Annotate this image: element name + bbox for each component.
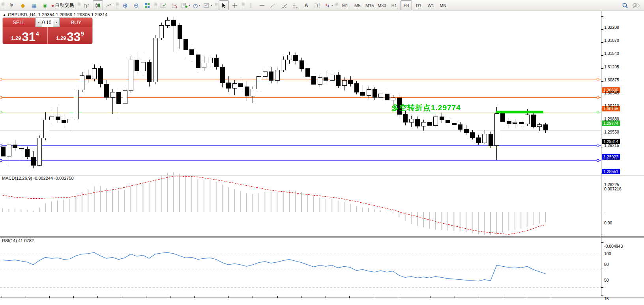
macd-histogram-bar — [210, 180, 210, 212]
chart-area[interactable]: ▲GBPUSD-,H4 1.29354 1.29366 1.29305 1.29… — [0, 11, 644, 305]
macd-histogram-bar — [15, 209, 15, 212]
candle — [446, 120, 450, 123]
buy-price-sup: 9 — [81, 30, 84, 37]
horizontal-line-button[interactable] — [257, 0, 267, 10]
trendline-button[interactable] — [268, 0, 278, 10]
M5-button[interactable]: M5 — [352, 0, 363, 10]
channel-button[interactable]: E — [279, 0, 289, 10]
M1-button[interactable]: M1 — [339, 0, 351, 10]
M15-button[interactable]: M15 — [364, 0, 375, 10]
buy-price[interactable]: 1.29 33 9 — [48, 27, 92, 44]
toolbar-grip[interactable] — [154, 2, 157, 9]
candle — [98, 68, 103, 84]
sell-price[interactable]: 1.29 31 4 — [3, 27, 48, 44]
template-button[interactable]: ▾ — [202, 0, 213, 10]
vertical-line-button[interactable] — [246, 0, 256, 10]
candle — [513, 122, 517, 123]
chevron-down-icon[interactable]: ▾ — [331, 4, 333, 7]
new-order-button[interactable]: 单 — [6, 0, 17, 10]
tile-windows-button[interactable] — [142, 0, 152, 10]
indicator-down-button[interactable] — [169, 0, 180, 10]
macd-histogram-bar — [307, 194, 308, 212]
svg-text:E: E — [285, 6, 286, 9]
toolbar-grip[interactable] — [116, 2, 119, 9]
arrows-button[interactable]: ▾ — [323, 0, 333, 10]
candle — [543, 124, 548, 130]
macd-histogram-bar — [173, 172, 174, 212]
toolbar-grip[interactable] — [242, 2, 245, 9]
macd-histogram-bar — [515, 212, 515, 230]
toolbar-grip[interactable] — [2, 2, 4, 9]
macd-histogram-bar — [82, 192, 82, 212]
toolbar-grip[interactable] — [335, 2, 338, 9]
candle — [403, 114, 408, 122]
crosshair-button[interactable] — [230, 0, 240, 10]
macd-histogram-bar — [380, 210, 381, 212]
chart-canvas[interactable] — [0, 11, 644, 305]
zoom-in-button[interactable]: ⊕ — [120, 0, 130, 10]
macd-histogram-bar — [520, 212, 521, 229]
hline-handle — [0, 96, 2, 98]
M30-label: M30 — [378, 3, 386, 8]
cursor-button[interactable] — [219, 0, 229, 10]
H1-button[interactable]: H1 — [388, 0, 400, 10]
M30-button[interactable]: M30 — [376, 0, 388, 10]
chart-text-annotation[interactable]: 多空转折点1.29774 — [391, 103, 461, 113]
chat-button[interactable] — [631, 0, 641, 10]
macd-histogram-bar — [386, 212, 387, 212]
search-button[interactable] — [620, 0, 630, 10]
candlestick-type-button[interactable] — [93, 0, 103, 10]
candle — [483, 134, 487, 143]
price-axis-tick: 1.31870 — [604, 38, 619, 43]
volume-input[interactable]: 0.10 — [42, 18, 53, 27]
tile-windows-icon — [144, 2, 150, 9]
candle — [165, 20, 170, 25]
macd-histogram-bar — [490, 212, 491, 235]
hline-handle — [597, 159, 599, 161]
chevron-down-icon[interactable]: ▾ — [211, 4, 212, 7]
chevron-down-icon[interactable]: ▾ — [199, 4, 200, 7]
autotrading-button[interactable]: ●自动交易 — [51, 0, 76, 10]
text-button[interactable]: A — [301, 0, 311, 10]
zoom-out-button[interactable]: ⊖ — [131, 0, 141, 10]
candle — [25, 149, 30, 157]
fibonacci-button[interactable]: F — [290, 0, 300, 10]
MN-button[interactable]: MN — [437, 0, 449, 10]
buy-price-big: 33 — [67, 31, 80, 43]
volume-decrease-button[interactable]: ▼ — [36, 18, 42, 27]
macd-histogram-bar — [393, 212, 393, 214]
hline-handle — [597, 145, 599, 147]
candle — [330, 75, 334, 80]
H4-button[interactable]: H4 — [401, 0, 412, 10]
add-indicator-button[interactable]: ▾ — [180, 0, 191, 10]
candle — [74, 90, 78, 119]
line-chart-type-button[interactable] — [104, 0, 114, 10]
svg-text:T: T — [316, 4, 318, 8]
macd-histogram-bar — [185, 175, 186, 212]
D1-button[interactable]: D1 — [413, 0, 424, 10]
volume-increase-button[interactable]: ▲ — [53, 18, 60, 27]
label-button[interactable]: T — [312, 0, 322, 10]
M5-label: M5 — [354, 3, 360, 8]
bar-chart-type-button[interactable] — [82, 0, 92, 10]
sell-button[interactable]: SELL — [3, 18, 35, 27]
buy-button[interactable]: BUY — [60, 18, 92, 27]
chart-window-button[interactable]: ▦ — [29, 0, 39, 10]
chevron-down-icon[interactable]: ▾ — [189, 4, 190, 7]
MN-label: MN — [440, 3, 446, 8]
toolbar-grip[interactable] — [215, 2, 217, 9]
macd-histogram-bar — [155, 179, 155, 212]
fibonacci-icon: F — [292, 2, 298, 9]
collapse-triangle-icon[interactable]: ▲ — [3, 13, 6, 17]
gold-button[interactable]: ◆ — [18, 0, 28, 10]
toolbar-grip[interactable] — [78, 2, 80, 9]
periodicity-button[interactable]: ◷▾ — [191, 0, 202, 10]
candle — [135, 60, 139, 71]
signal-button[interactable]: ◉ — [40, 0, 50, 10]
W1-button[interactable]: W1 — [425, 0, 436, 10]
trendline-icon — [270, 2, 276, 9]
candle — [19, 148, 23, 149]
indicator-up-button[interactable] — [158, 0, 168, 10]
macd-histogram-bar — [112, 189, 113, 212]
macd-histogram-bar — [21, 209, 21, 212]
